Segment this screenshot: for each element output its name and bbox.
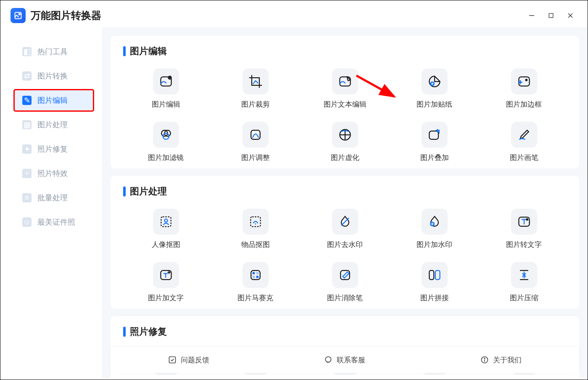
tool-label: 物品抠图: [241, 240, 270, 249]
stitch-icon: [422, 262, 448, 288]
grid-icon: ◧: [22, 47, 32, 56]
maximize-button[interactable]: [547, 12, 555, 19]
titlebar: 万能图片转换器: [0, 0, 588, 27]
tool-remove-watermark[interactable]: 图片去水印: [302, 209, 388, 249]
tool-label: 图片加边框: [506, 100, 542, 109]
sidebar: ◧热门工具 ⇄图片转换 ✎图片编辑 ▦图片处理 ✦照片修复 ✧照片特效 ≡批量处…: [0, 27, 102, 379]
sidebar-item-popular[interactable]: ◧热门工具: [0, 41, 102, 63]
tool-label: 图片调整: [241, 153, 270, 162]
tool-filter[interactable]: 图片加滤镜: [123, 122, 208, 162]
tool-label: 图片压缩: [510, 293, 538, 303]
svg-rect-31: [252, 276, 254, 278]
svg-point-8: [169, 77, 170, 78]
portrait-cutout-icon: [153, 209, 179, 235]
footer-about[interactable]: 关于我们: [480, 355, 522, 365]
sidebar-item-process[interactable]: ▦图片处理: [0, 114, 102, 136]
section-title: 图片编辑: [130, 45, 167, 58]
sidebar-item-effects[interactable]: ✧照片特效: [0, 162, 102, 184]
section-title: 图片处理: [130, 185, 167, 198]
svg-point-48: [326, 357, 331, 362]
footer-label: 关于我们: [493, 355, 522, 365]
tool-label: 图片消除笔: [327, 293, 363, 303]
convert-icon: ⇄: [22, 71, 32, 81]
tool-label: 图片拼接: [420, 293, 449, 303]
svg-rect-16: [251, 130, 260, 139]
chat-icon: [324, 356, 332, 364]
sidebar-item-convert[interactable]: ⇄图片转换: [0, 65, 102, 87]
window-controls: [528, 12, 577, 19]
app-logo-icon: [11, 8, 26, 23]
crop-icon: [243, 68, 269, 94]
sidebar-item-edit[interactable]: ✎图片编辑: [14, 89, 94, 111]
tool-image-edit[interactable]: 图片编辑: [123, 68, 208, 109]
footer-label: 问题反馈: [181, 355, 209, 365]
svg-point-51: [484, 358, 485, 359]
tool-image-crop[interactable]: 图片裁剪: [213, 68, 298, 109]
tool-add-text[interactable]: 图片加文字: [123, 262, 208, 303]
sidebar-item-label: 热门工具: [37, 47, 68, 57]
tool-brush[interactable]: 图片画笔: [481, 122, 567, 162]
sticker-icon: [422, 68, 448, 94]
batch-icon: ≡: [22, 193, 32, 202]
tool-portrait-cutout[interactable]: 人像抠图: [123, 209, 208, 249]
mosaic-icon: [243, 262, 269, 288]
tool-image-text-edit[interactable]: 图片文本编辑: [302, 68, 388, 109]
svg-rect-34: [429, 270, 434, 280]
repair-icon: ✦: [22, 144, 32, 154]
footer-contact[interactable]: 联系客服: [324, 355, 365, 365]
tool-add-sticker[interactable]: 图片加贴纸: [392, 68, 477, 109]
svg-point-20: [164, 219, 167, 222]
tool-label: 图片加水印: [417, 240, 452, 249]
app-title: 万能图片转换器: [31, 9, 101, 22]
tool-ocr[interactable]: 图片转文字: [481, 209, 567, 249]
sidebar-item-repair[interactable]: ✦照片修复: [0, 138, 102, 160]
ocr-icon: [511, 209, 537, 235]
idphoto-icon: ☺: [22, 218, 32, 227]
footer-bar: 问题反馈 联系客服 关于我们: [111, 347, 579, 373]
section-bar: [123, 46, 126, 56]
tool-adjust[interactable]: 图片调整: [213, 122, 298, 162]
sidebar-item-label: 照片特效: [37, 168, 68, 178]
remove-watermark-icon: [332, 209, 358, 235]
tool-label: 图片去水印: [327, 240, 363, 249]
tool-label: 图片画笔: [510, 153, 538, 162]
section-title: 照片修复: [130, 325, 167, 338]
svg-point-12: [525, 79, 527, 81]
tool-mosaic[interactable]: 图片马赛克: [213, 262, 298, 303]
tool-overlay[interactable]: 图片叠加: [392, 122, 477, 162]
section-image-edit: 图片编辑 图片编辑 图片裁剪 图片文本编辑 图片加贴纸 图片加边框 图片加滤镜 …: [111, 36, 579, 168]
section-image-process: 图片处理 人像抠图 物品抠图 图片去水印 图片加水印 图片转文字 图片加文字 图…: [111, 176, 579, 309]
edit-icon: ✎: [22, 96, 32, 105]
tool-compress[interactable]: 图片压缩: [481, 262, 567, 303]
footer-label: 联系客服: [337, 355, 365, 365]
sidebar-item-batch[interactable]: ≡批量处理: [0, 187, 102, 209]
svg-rect-28: [251, 270, 260, 280]
tool-label: 图片马赛克: [237, 293, 273, 303]
tool-label: 图片叠加: [420, 153, 449, 162]
tool-label: 图片编辑: [152, 100, 180, 109]
tool-label: 图片文本编辑: [324, 100, 367, 109]
titlebar-left: 万能图片转换器: [11, 8, 101, 23]
border-icon: [511, 68, 537, 94]
svg-rect-30: [256, 272, 258, 274]
tool-blur[interactable]: 图片虚化: [302, 122, 388, 162]
tool-add-watermark[interactable]: 图片加水印: [392, 209, 477, 249]
svg-rect-18: [429, 131, 438, 139]
tool-label: 图片裁剪: [241, 100, 270, 109]
text-edit-icon: [332, 68, 358, 94]
add-watermark-icon: [422, 209, 448, 235]
sidebar-item-idphoto[interactable]: ☺最美证件照: [0, 211, 102, 233]
tool-label: 人像抠图: [152, 240, 180, 249]
minimize-button[interactable]: [528, 12, 535, 19]
process-icon: ▦: [22, 120, 32, 129]
tool-eraser[interactable]: 图片消除笔: [302, 262, 388, 303]
tool-label: 图片加文字: [148, 293, 184, 303]
tool-object-cutout[interactable]: 物品抠图: [213, 209, 298, 249]
tool-add-border[interactable]: 图片加边框: [481, 68, 567, 109]
effects-icon: ✧: [22, 169, 32, 178]
filter-icon: [153, 122, 179, 148]
compress-icon: [511, 262, 537, 288]
tool-stitch[interactable]: 图片拼接: [392, 262, 477, 303]
close-button[interactable]: [567, 12, 574, 19]
footer-feedback[interactable]: 问题反馈: [168, 355, 209, 365]
